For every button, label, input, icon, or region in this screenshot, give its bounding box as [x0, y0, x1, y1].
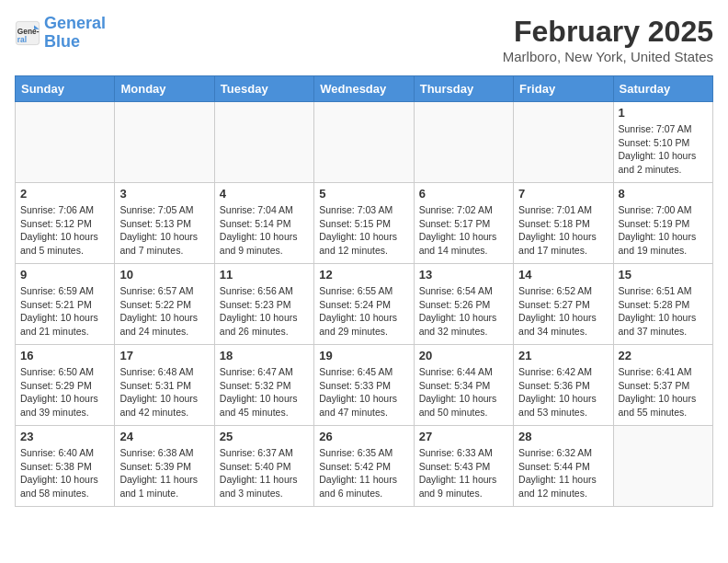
calendar-cell: 1Sunrise: 7:07 AM Sunset: 5:10 PM Daylig…: [613, 102, 712, 183]
day-info: Sunrise: 7:03 AM Sunset: 5:15 PM Dayligh…: [319, 203, 408, 258]
calendar-cell: 8Sunrise: 7:00 AM Sunset: 5:19 PM Daylig…: [613, 183, 712, 264]
day-number: 17: [119, 349, 209, 362]
day-info: Sunrise: 6:50 AM Sunset: 5:29 PM Dayligh…: [20, 365, 109, 419]
day-number: 16: [20, 349, 109, 362]
day-number: 10: [119, 268, 209, 282]
calendar-cell: 14Sunrise: 6:52 AM Sunset: 5:27 PM Dayli…: [514, 264, 613, 345]
calendar-header-row: Sunday Monday Tuesday Wednesday Thursday…: [16, 76, 713, 102]
calendar-cell: 9Sunrise: 6:59 AM Sunset: 5:21 PM Daylig…: [16, 264, 115, 345]
calendar-cell: [16, 102, 115, 183]
day-info: Sunrise: 6:51 AM Sunset: 5:28 PM Dayligh…: [619, 284, 708, 339]
header-friday: Friday: [514, 76, 613, 102]
calendar-cell: [514, 102, 613, 183]
calendar-cell: 21Sunrise: 6:42 AM Sunset: 5:36 PM Dayli…: [514, 345, 613, 426]
day-info: Sunrise: 6:57 AM Sunset: 5:22 PM Dayligh…: [119, 284, 209, 339]
day-info: Sunrise: 7:01 AM Sunset: 5:18 PM Dayligh…: [518, 203, 608, 258]
calendar-cell: 4Sunrise: 7:04 AM Sunset: 5:14 PM Daylig…: [214, 183, 313, 264]
location: Marlboro, New York, United States: [503, 49, 713, 64]
day-info: Sunrise: 6:59 AM Sunset: 5:21 PM Dayligh…: [20, 284, 109, 339]
day-number: 2: [20, 187, 109, 201]
calendar-table: Sunday Monday Tuesday Wednesday Thursday…: [15, 75, 713, 507]
day-number: 22: [619, 349, 708, 362]
day-number: 15: [619, 268, 708, 282]
day-number: 24: [119, 430, 209, 443]
calendar-cell: 2Sunrise: 7:06 AM Sunset: 5:12 PM Daylig…: [16, 183, 115, 264]
week-row-3: 16Sunrise: 6:50 AM Sunset: 5:29 PM Dayli…: [16, 345, 713, 426]
week-row-4: 23Sunrise: 6:40 AM Sunset: 5:38 PM Dayli…: [16, 426, 713, 507]
logo-icon: Gene- ral: [15, 20, 40, 46]
calendar-cell: 20Sunrise: 6:44 AM Sunset: 5:34 PM Dayli…: [414, 345, 513, 426]
day-info: Sunrise: 6:40 AM Sunset: 5:38 PM Dayligh…: [20, 446, 109, 500]
day-number: 9: [20, 268, 109, 282]
day-number: 23: [20, 430, 109, 443]
calendar-cell: 3Sunrise: 7:05 AM Sunset: 5:13 PM Daylig…: [115, 183, 214, 264]
calendar-cell: 24Sunrise: 6:38 AM Sunset: 5:39 PM Dayli…: [115, 426, 214, 507]
day-number: 1: [619, 106, 708, 120]
day-info: Sunrise: 6:42 AM Sunset: 5:36 PM Dayligh…: [518, 365, 608, 419]
calendar-cell: [414, 102, 513, 183]
day-info: Sunrise: 6:38 AM Sunset: 5:39 PM Dayligh…: [119, 446, 209, 500]
calendar-cell: 17Sunrise: 6:48 AM Sunset: 5:31 PM Dayli…: [115, 345, 214, 426]
calendar-cell: 12Sunrise: 6:55 AM Sunset: 5:24 PM Dayli…: [314, 264, 414, 345]
week-row-0: 1Sunrise: 7:07 AM Sunset: 5:10 PM Daylig…: [16, 102, 713, 183]
day-number: 5: [319, 187, 408, 201]
day-number: 25: [220, 430, 309, 443]
title-block: February 2025 Marlboro, New York, United…: [503, 15, 713, 64]
day-number: 7: [518, 187, 608, 201]
page-header: Gene- ral GeneralBlue February 2025 Marl…: [15, 15, 713, 64]
header-wednesday: Wednesday: [314, 76, 414, 102]
day-number: 28: [518, 430, 608, 443]
month-title: February 2025: [503, 15, 713, 49]
day-info: Sunrise: 6:52 AM Sunset: 5:27 PM Dayligh…: [518, 284, 608, 339]
calendar-cell: [314, 102, 414, 183]
calendar-cell: 5Sunrise: 7:03 AM Sunset: 5:15 PM Daylig…: [314, 183, 414, 264]
calendar-cell: 10Sunrise: 6:57 AM Sunset: 5:22 PM Dayli…: [115, 264, 214, 345]
day-info: Sunrise: 6:33 AM Sunset: 5:43 PM Dayligh…: [419, 446, 508, 500]
calendar-cell: 6Sunrise: 7:02 AM Sunset: 5:17 PM Daylig…: [414, 183, 513, 264]
day-number: 8: [619, 187, 708, 201]
calendar-cell: 23Sunrise: 6:40 AM Sunset: 5:38 PM Dayli…: [16, 426, 115, 507]
header-tuesday: Tuesday: [214, 76, 313, 102]
day-info: Sunrise: 7:00 AM Sunset: 5:19 PM Dayligh…: [619, 203, 708, 258]
calendar-cell: 15Sunrise: 6:51 AM Sunset: 5:28 PM Dayli…: [613, 264, 712, 345]
day-info: Sunrise: 7:02 AM Sunset: 5:17 PM Dayligh…: [419, 203, 508, 258]
day-info: Sunrise: 7:06 AM Sunset: 5:12 PM Dayligh…: [20, 203, 109, 258]
calendar-cell: 11Sunrise: 6:56 AM Sunset: 5:23 PM Dayli…: [214, 264, 313, 345]
day-info: Sunrise: 6:35 AM Sunset: 5:42 PM Dayligh…: [319, 446, 408, 500]
day-info: Sunrise: 6:47 AM Sunset: 5:32 PM Dayligh…: [220, 365, 309, 419]
day-info: Sunrise: 6:37 AM Sunset: 5:40 PM Dayligh…: [220, 446, 309, 500]
day-number: 11: [220, 268, 309, 282]
calendar-cell: 28Sunrise: 6:32 AM Sunset: 5:44 PM Dayli…: [514, 426, 613, 507]
calendar-cell: 22Sunrise: 6:41 AM Sunset: 5:37 PM Dayli…: [613, 345, 712, 426]
day-info: Sunrise: 6:48 AM Sunset: 5:31 PM Dayligh…: [119, 365, 209, 419]
day-number: 26: [319, 430, 408, 443]
calendar-cell: [214, 102, 313, 183]
day-info: Sunrise: 6:45 AM Sunset: 5:33 PM Dayligh…: [319, 365, 408, 419]
day-number: 13: [419, 268, 508, 282]
day-info: Sunrise: 7:07 AM Sunset: 5:10 PM Dayligh…: [619, 122, 708, 177]
calendar-cell: 25Sunrise: 6:37 AM Sunset: 5:40 PM Dayli…: [214, 426, 313, 507]
logo-text: GeneralBlue: [44, 15, 106, 52]
calendar-cell: [115, 102, 214, 183]
calendar-cell: 18Sunrise: 6:47 AM Sunset: 5:32 PM Dayli…: [214, 345, 313, 426]
header-saturday: Saturday: [613, 76, 712, 102]
day-info: Sunrise: 7:04 AM Sunset: 5:14 PM Dayligh…: [220, 203, 309, 258]
header-monday: Monday: [115, 76, 214, 102]
day-info: Sunrise: 6:55 AM Sunset: 5:24 PM Dayligh…: [319, 284, 408, 339]
calendar-cell: 26Sunrise: 6:35 AM Sunset: 5:42 PM Dayli…: [314, 426, 414, 507]
day-info: Sunrise: 6:54 AM Sunset: 5:26 PM Dayligh…: [419, 284, 508, 339]
logo: Gene- ral GeneralBlue: [15, 15, 106, 52]
day-number: 18: [220, 349, 309, 362]
day-number: 4: [220, 187, 309, 201]
calendar-cell: 16Sunrise: 6:50 AM Sunset: 5:29 PM Dayli…: [16, 345, 115, 426]
day-info: Sunrise: 6:32 AM Sunset: 5:44 PM Dayligh…: [518, 446, 608, 500]
header-sunday: Sunday: [16, 76, 115, 102]
day-number: 14: [518, 268, 608, 282]
day-number: 3: [119, 187, 209, 201]
week-row-1: 2Sunrise: 7:06 AM Sunset: 5:12 PM Daylig…: [16, 183, 713, 264]
calendar-cell: 13Sunrise: 6:54 AM Sunset: 5:26 PM Dayli…: [414, 264, 513, 345]
day-number: 6: [419, 187, 508, 201]
svg-text:ral: ral: [17, 35, 27, 44]
calendar-cell: 27Sunrise: 6:33 AM Sunset: 5:43 PM Dayli…: [414, 426, 513, 507]
day-number: 21: [518, 349, 608, 362]
